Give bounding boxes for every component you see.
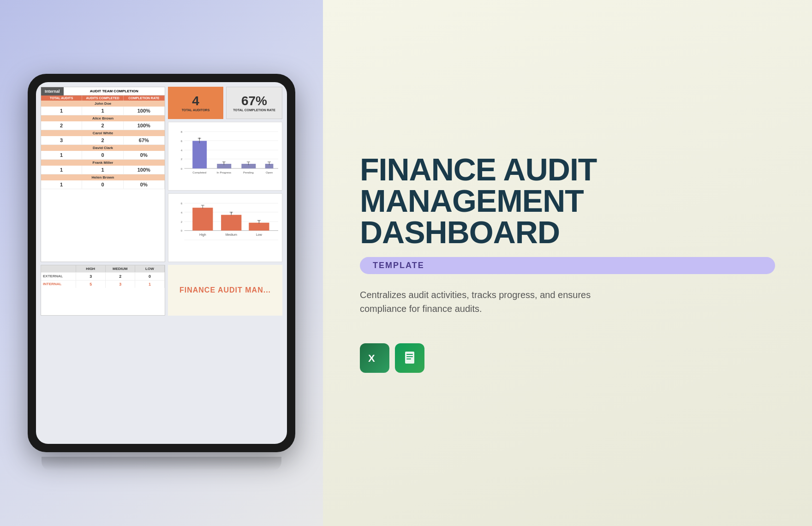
person-data: 3 2 67%: [41, 136, 165, 144]
audit-team-header: Internal AUDIT TEAM COMPLETION: [41, 87, 165, 96]
total-auditors-box: 4 TOTAL AUDITORS: [168, 87, 223, 119]
status-chart: 8 6 4 2 0: [168, 122, 282, 191]
pt-internal-low: 1: [135, 281, 165, 288]
svg-text:X: X: [368, 353, 375, 364]
person-data: 2 2 100%: [41, 121, 165, 130]
dashboard: Internal AUDIT TEAM COMPLETION TOTAL AUD…: [36, 82, 287, 444]
person-david-clark: David Clark 1 0 0%: [41, 145, 165, 160]
total-auditors-label: TOTAL AUDITORS: [182, 108, 210, 112]
svg-text:1: 1: [258, 220, 260, 222]
completed-val: 2: [82, 136, 123, 144]
rate-val: 0%: [124, 151, 165, 159]
excel-icon[interactable]: X: [360, 343, 389, 373]
svg-rect-39: [192, 208, 213, 231]
total-audits-val: 1: [41, 166, 82, 174]
svg-text:1: 1: [223, 161, 225, 164]
person-name: David Clark: [41, 145, 165, 151]
title-line3: DASHBOARD: [360, 215, 560, 250]
sheets-icon[interactable]: [395, 343, 424, 373]
tablet-screen: Internal AUDIT TEAM COMPLETION TOTAL AUD…: [36, 82, 287, 444]
svg-text:0: 0: [181, 167, 183, 170]
pt-internal-high: 5: [76, 281, 106, 288]
pt-row-external: EXTERNAL 3 2 0: [41, 272, 165, 280]
person-alice-brown: Alice Brown 2 2 100%: [41, 115, 165, 130]
svg-text:4: 4: [181, 149, 183, 152]
svg-rect-54: [405, 352, 414, 364]
svg-rect-55: [406, 354, 413, 355]
pt-external-label: EXTERNAL: [41, 273, 76, 280]
pt-external-high: 3: [76, 273, 106, 280]
rate-val: 0%: [124, 180, 165, 189]
priority-table-header: HIGH MEDIUM LOW: [41, 265, 165, 272]
pt-external-medium: 2: [106, 273, 135, 280]
person-helen-brown: Helen Brown 1 0 0%: [41, 174, 165, 189]
col-completion-rate: COMPLETION RATE: [124, 96, 165, 101]
svg-text:Low: Low: [256, 233, 263, 236]
pt-col-low: LOW: [135, 265, 165, 272]
svg-rect-19: [241, 164, 256, 168]
stats-charts: 4 TOTAL AUDITORS 67% TOTAL COMPLETION RA…: [168, 87, 282, 262]
completed-val: 0: [82, 180, 123, 189]
finance-label-box: FINANCE AUDIT MAN...: [168, 265, 282, 316]
completion-rate-label: TOTAL COMPLETION RATE: [233, 108, 275, 112]
pt-col-high: HIGH: [76, 265, 106, 272]
rate-val: 67%: [124, 136, 165, 144]
completed-val: 1: [82, 107, 123, 115]
person-john-doe: John Doe 1 1 100%: [41, 101, 165, 115]
person-name: Helen Brown: [41, 174, 165, 180]
total-audits-val: 1: [41, 107, 82, 115]
person-name: Alice Brown: [41, 115, 165, 121]
app-icons-row: X: [360, 343, 775, 373]
title-line1: FINANCE AUDIT: [360, 152, 597, 187]
svg-text:4: 4: [181, 211, 183, 214]
pt-col-type: [41, 265, 76, 272]
person-name: John Doe: [41, 101, 165, 107]
svg-text:High: High: [199, 233, 206, 237]
svg-text:0: 0: [181, 229, 183, 232]
person-data: 1 0 0%: [41, 180, 165, 189]
svg-text:8: 8: [181, 130, 183, 133]
finance-label-text: FINANCE AUDIT MAN...: [179, 286, 271, 294]
svg-text:Medium: Medium: [226, 233, 237, 236]
svg-text:6: 6: [181, 202, 183, 205]
total-audits-val: 1: [41, 151, 82, 159]
title-line2: MANAGEMENT: [360, 183, 584, 218]
person-name: Frank Miller: [41, 160, 165, 166]
right-description: Centralizes audit activities, tracks pro…: [360, 288, 600, 316]
completion-rate-box: 67% TOTAL COMPLETION RATE: [226, 87, 282, 119]
svg-text:3: 3: [231, 211, 232, 214]
svg-text:Completed: Completed: [192, 171, 206, 174]
audit-team-table: Internal AUDIT TEAM COMPLETION TOTAL AUD…: [41, 87, 165, 262]
pt-col-medium: MEDIUM: [106, 265, 135, 272]
svg-text:2: 2: [181, 157, 183, 161]
total-audits-val: 3: [41, 136, 82, 144]
total-auditors-value: 4: [192, 95, 199, 108]
rate-val: 100%: [124, 166, 165, 174]
person-data: 1 1 100%: [41, 166, 165, 174]
col-audits-completed: AUDITS COMPLETED: [82, 96, 123, 101]
left-panel: Internal AUDIT TEAM COMPLETION TOTAL AUD…: [0, 0, 323, 526]
right-panel: FINANCE AUDIT MANAGEMENT DASHBOARD TEMPL…: [323, 0, 812, 526]
total-audits-val: 2: [41, 121, 82, 130]
tablet-reflection: [42, 457, 281, 471]
rate-val: 100%: [124, 121, 165, 130]
svg-rect-11: [192, 141, 207, 168]
col-total-audits: TOTAL AUDITS: [41, 96, 82, 101]
completed-val: 2: [82, 121, 123, 130]
svg-rect-42: [221, 215, 241, 231]
total-audits-val: 1: [41, 180, 82, 189]
svg-text:Open: Open: [266, 171, 273, 174]
priority-chart-svg: 6 4 2 0: [172, 197, 278, 258]
svg-text:In Progress: In Progress: [217, 171, 232, 174]
svg-text:6: 6: [181, 139, 183, 143]
person-name: Carol White: [41, 130, 165, 136]
priority-chart: 6 4 2 0: [168, 193, 282, 262]
pt-internal-medium: 3: [106, 281, 135, 288]
completion-rate-value: 67%: [241, 95, 267, 108]
page-title: FINANCE AUDIT MANAGEMENT DASHBOARD: [360, 154, 775, 248]
tablet-device: Internal AUDIT TEAM COMPLETION TOTAL AUD…: [28, 74, 295, 452]
person-data: 1 1 100%: [41, 107, 165, 115]
completed-val: 0: [82, 151, 123, 159]
col-headers: TOTAL AUDITS AUDITS COMPLETED COMPLETION…: [41, 96, 165, 101]
svg-text:6: 6: [199, 137, 200, 140]
